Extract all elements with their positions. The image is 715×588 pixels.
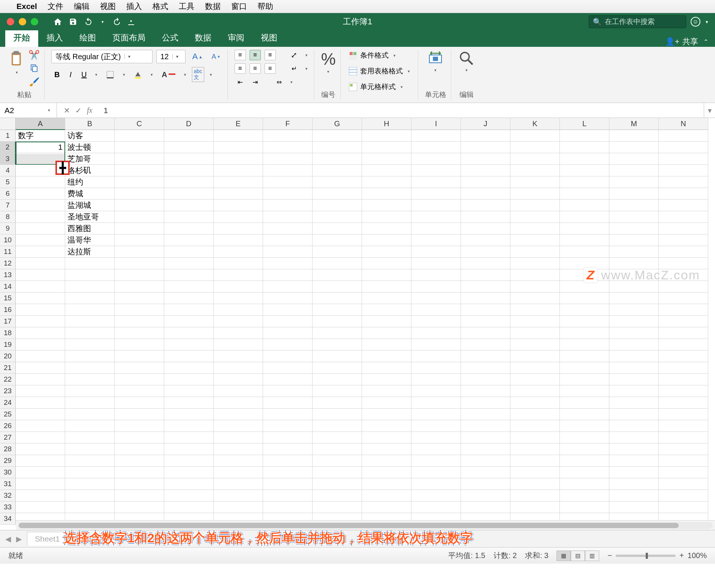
sheet-search-input[interactable]: 🔍 在工作表中搜索 [589, 15, 686, 28]
row-header-10[interactable]: 10 [0, 234, 16, 246]
cell-H1[interactable] [362, 130, 411, 142]
cell-A1[interactable]: 数字 [16, 130, 65, 142]
cell-M7[interactable] [609, 200, 659, 211]
cell-A31[interactable] [16, 478, 65, 490]
cell-J9[interactable] [461, 223, 510, 234]
cell-H6[interactable] [362, 188, 411, 200]
cell-M28[interactable] [609, 443, 659, 455]
feedback-dropdown-icon[interactable]: ▾ [706, 19, 708, 25]
menu-insert[interactable]: 插入 [126, 1, 142, 12]
cell-E19[interactable] [214, 339, 263, 351]
cell-N18[interactable] [659, 327, 708, 339]
cell-C32[interactable] [115, 490, 164, 501]
font-color-button[interactable]: A [159, 69, 178, 81]
col-header-K[interactable]: K [510, 118, 560, 130]
cell-J22[interactable] [461, 374, 510, 385]
cell-B10[interactable]: 温哥华 [65, 234, 115, 246]
expand-formula-bar-icon[interactable]: ▾ [704, 103, 715, 118]
cell-L17[interactable] [560, 316, 609, 327]
col-header-H[interactable]: H [362, 118, 411, 130]
cell-M14[interactable] [609, 281, 659, 293]
cell-N5[interactable] [659, 176, 708, 188]
cell-F27[interactable] [263, 432, 313, 443]
cell-C22[interactable] [115, 374, 164, 385]
cell-styles-button[interactable]: 单元格样式▾ [347, 81, 406, 93]
tab-home[interactable]: 开始 [5, 29, 38, 47]
col-header-G[interactable]: G [313, 118, 362, 130]
cell-N9[interactable] [659, 223, 708, 234]
cell-K5[interactable] [510, 176, 560, 188]
cell-D9[interactable] [164, 223, 214, 234]
cell-M31[interactable] [609, 478, 659, 490]
cell-I32[interactable] [411, 490, 461, 501]
align-right-icon[interactable]: ≡ [265, 63, 276, 74]
cell-D20[interactable] [164, 351, 214, 362]
cell-F14[interactable] [263, 281, 313, 293]
cell-B1[interactable]: 访客 [65, 130, 115, 142]
cell-I13[interactable] [411, 269, 461, 281]
cell-J2[interactable] [461, 142, 510, 153]
cell-L11[interactable] [560, 246, 609, 258]
row-header-21[interactable]: 21 [0, 362, 16, 374]
cell-H33[interactable] [362, 501, 411, 513]
cell-L14[interactable] [560, 281, 609, 293]
cell-M1[interactable] [609, 130, 659, 142]
cell-F16[interactable] [263, 304, 313, 316]
cell-A10[interactable] [16, 234, 65, 246]
cell-K21[interactable] [510, 362, 560, 374]
cell-A22[interactable] [16, 374, 65, 385]
cell-M18[interactable] [609, 327, 659, 339]
cell-D32[interactable] [164, 490, 214, 501]
cell-F18[interactable] [263, 327, 313, 339]
tab-layout[interactable]: 页面布局 [104, 29, 154, 47]
save-icon[interactable] [69, 18, 77, 26]
cell-K1[interactable] [510, 130, 560, 142]
cell-F11[interactable] [263, 246, 313, 258]
cell-G11[interactable] [313, 246, 362, 258]
cell-H22[interactable] [362, 374, 411, 385]
align-top-icon[interactable]: ≡ [235, 50, 246, 60]
cell-N19[interactable] [659, 339, 708, 351]
cell-N2[interactable] [659, 142, 708, 153]
cell-E32[interactable] [214, 490, 263, 501]
menu-help[interactable]: 帮助 [257, 1, 273, 12]
cell-L7[interactable] [560, 200, 609, 211]
cell-D18[interactable] [164, 327, 214, 339]
cell-M10[interactable] [609, 234, 659, 246]
cell-A23[interactable] [16, 385, 65, 397]
cell-N23[interactable] [659, 385, 708, 397]
zoom-slider[interactable] [616, 555, 676, 557]
cell-B16[interactable] [65, 304, 115, 316]
align-middle-icon[interactable]: ≡ [250, 50, 261, 60]
cell-G29[interactable] [313, 455, 362, 467]
cell-A12[interactable] [16, 258, 65, 269]
cell-K13[interactable] [510, 269, 560, 281]
zoom-in-icon[interactable]: + [679, 551, 684, 560]
cell-L22[interactable] [560, 374, 609, 385]
customize-qat-icon[interactable]: ▾ [128, 19, 134, 25]
cell-G14[interactable] [313, 281, 362, 293]
cell-B31[interactable] [65, 478, 115, 490]
cell-N14[interactable] [659, 281, 708, 293]
cell-I3[interactable] [411, 153, 461, 165]
align-left-icon[interactable]: ≡ [235, 63, 246, 74]
cell-H25[interactable] [362, 409, 411, 420]
fill-dd-icon[interactable]: ▾ [149, 72, 155, 77]
cell-G13[interactable] [313, 269, 362, 281]
cell-I23[interactable] [411, 385, 461, 397]
name-box[interactable]: A2 ▾ [0, 103, 57, 118]
cell-M5[interactable] [609, 176, 659, 188]
cell-E33[interactable] [214, 501, 263, 513]
cell-B28[interactable] [65, 443, 115, 455]
cell-I26[interactable] [411, 420, 461, 432]
cell-D7[interactable] [164, 200, 214, 211]
col-header-A[interactable]: A [16, 118, 65, 130]
namebox-dd-icon[interactable]: ▾ [46, 108, 52, 113]
cell-C13[interactable] [115, 269, 164, 281]
cell-D27[interactable] [164, 432, 214, 443]
select-all-corner[interactable] [0, 118, 16, 130]
cell-B12[interactable] [65, 258, 115, 269]
cell-D13[interactable] [164, 269, 214, 281]
cell-L26[interactable] [560, 420, 609, 432]
col-header-N[interactable]: N [659, 118, 708, 130]
